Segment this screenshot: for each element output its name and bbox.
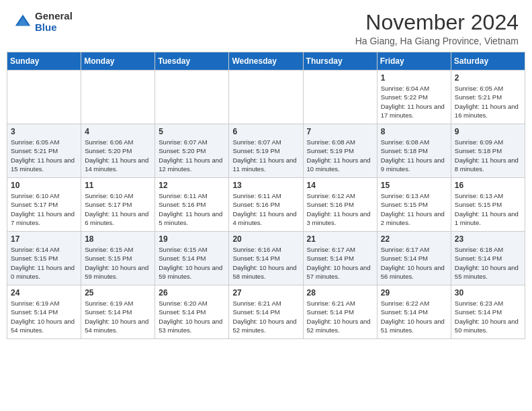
calendar-cell bbox=[155, 71, 229, 124]
day-info: Sunrise: 6:07 AM Sunset: 5:20 PM Dayligh… bbox=[159, 138, 225, 173]
calendar-day-header: Wednesday bbox=[229, 52, 303, 71]
calendar-week-row: 24Sunrise: 6:19 AM Sunset: 5:14 PM Dayli… bbox=[7, 285, 525, 339]
day-info: Sunrise: 6:14 AM Sunset: 5:15 PM Dayligh… bbox=[11, 245, 77, 281]
calendar-cell: 4Sunrise: 6:06 AM Sunset: 5:20 PM Daylig… bbox=[81, 124, 155, 178]
day-info: Sunrise: 6:09 AM Sunset: 5:18 PM Dayligh… bbox=[455, 138, 521, 173]
calendar-cell: 15Sunrise: 6:13 AM Sunset: 5:15 PM Dayli… bbox=[377, 178, 451, 232]
day-number: 5 bbox=[159, 127, 225, 136]
day-number: 8 bbox=[381, 127, 447, 136]
calendar-cell bbox=[229, 71, 303, 124]
day-number: 23 bbox=[455, 234, 521, 244]
calendar-cell: 24Sunrise: 6:19 AM Sunset: 5:14 PM Dayli… bbox=[7, 285, 81, 339]
day-info: Sunrise: 6:21 AM Sunset: 5:14 PM Dayligh… bbox=[232, 299, 299, 334]
day-number: 2 bbox=[455, 73, 521, 83]
day-info: Sunrise: 6:12 AM Sunset: 5:16 PM Dayligh… bbox=[307, 191, 373, 227]
day-number: 28 bbox=[307, 288, 373, 298]
calendar-cell: 10Sunrise: 6:10 AM Sunset: 5:17 PM Dayli… bbox=[7, 178, 81, 232]
month-title: November 2024 bbox=[355, 11, 519, 34]
calendar-cell: 25Sunrise: 6:19 AM Sunset: 5:14 PM Dayli… bbox=[81, 285, 155, 339]
calendar-cell: 28Sunrise: 6:21 AM Sunset: 5:14 PM Dayli… bbox=[303, 285, 377, 339]
day-number: 22 bbox=[381, 234, 447, 244]
calendar-cell: 3Sunrise: 6:05 AM Sunset: 5:21 PM Daylig… bbox=[7, 124, 81, 178]
day-info: Sunrise: 6:10 AM Sunset: 5:17 PM Dayligh… bbox=[11, 191, 77, 227]
calendar-cell: 20Sunrise: 6:16 AM Sunset: 5:14 PM Dayli… bbox=[229, 232, 303, 285]
calendar-cell: 27Sunrise: 6:21 AM Sunset: 5:14 PM Dayli… bbox=[229, 285, 303, 339]
day-number: 14 bbox=[307, 181, 373, 190]
calendar-cell: 1Sunrise: 6:04 AM Sunset: 5:22 PM Daylig… bbox=[377, 71, 451, 124]
day-info: Sunrise: 6:21 AM Sunset: 5:14 PM Dayligh… bbox=[307, 299, 373, 334]
calendar-cell: 30Sunrise: 6:23 AM Sunset: 5:14 PM Dayli… bbox=[451, 285, 525, 339]
calendar-week-row: 1Sunrise: 6:04 AM Sunset: 5:22 PM Daylig… bbox=[7, 71, 525, 124]
calendar-table: SundayMondayTuesdayWednesdayThursdayFrid… bbox=[7, 52, 525, 339]
day-info: Sunrise: 6:08 AM Sunset: 5:18 PM Dayligh… bbox=[381, 138, 447, 173]
day-number: 21 bbox=[307, 234, 373, 244]
calendar-cell: 16Sunrise: 6:13 AM Sunset: 5:15 PM Dayli… bbox=[451, 178, 525, 232]
calendar-cell: 9Sunrise: 6:09 AM Sunset: 5:18 PM Daylig… bbox=[451, 124, 525, 178]
day-number: 7 bbox=[307, 127, 373, 136]
day-number: 10 bbox=[11, 181, 77, 190]
calendar-day-header: Saturday bbox=[451, 52, 525, 71]
calendar-cell bbox=[7, 71, 81, 124]
day-number: 9 bbox=[455, 127, 521, 136]
day-number: 15 bbox=[381, 181, 447, 190]
calendar-day-header: Friday bbox=[377, 52, 451, 71]
day-info: Sunrise: 6:13 AM Sunset: 5:15 PM Dayligh… bbox=[381, 191, 447, 227]
day-info: Sunrise: 6:07 AM Sunset: 5:19 PM Dayligh… bbox=[232, 138, 299, 173]
day-info: Sunrise: 6:05 AM Sunset: 5:21 PM Dayligh… bbox=[11, 138, 77, 173]
day-number: 17 bbox=[11, 234, 77, 244]
day-number: 29 bbox=[381, 288, 447, 298]
calendar-day-header: Sunday bbox=[7, 52, 81, 71]
calendar-day-header: Thursday bbox=[303, 52, 377, 71]
calendar-header-row: SundayMondayTuesdayWednesdayThursdayFrid… bbox=[7, 52, 525, 71]
title-section: November 2024 Ha Giang, Ha Giang Provinc… bbox=[355, 11, 519, 46]
day-info: Sunrise: 6:23 AM Sunset: 5:14 PM Dayligh… bbox=[455, 299, 521, 334]
day-number: 4 bbox=[85, 127, 151, 136]
calendar-day-header: Monday bbox=[81, 52, 155, 71]
calendar-cell: 17Sunrise: 6:14 AM Sunset: 5:15 PM Dayli… bbox=[7, 232, 81, 285]
header: General Blue November 2024 Ha Giang, Ha … bbox=[0, 0, 532, 52]
day-info: Sunrise: 6:20 AM Sunset: 5:14 PM Dayligh… bbox=[159, 299, 225, 334]
day-number: 1 bbox=[381, 73, 447, 83]
day-info: Sunrise: 6:10 AM Sunset: 5:17 PM Dayligh… bbox=[85, 191, 151, 227]
day-info: Sunrise: 6:22 AM Sunset: 5:14 PM Dayligh… bbox=[381, 299, 447, 334]
day-info: Sunrise: 6:11 AM Sunset: 5:16 PM Dayligh… bbox=[232, 191, 299, 227]
calendar-cell: 22Sunrise: 6:17 AM Sunset: 5:14 PM Dayli… bbox=[377, 232, 451, 285]
day-number: 6 bbox=[232, 127, 299, 136]
day-info: Sunrise: 6:15 AM Sunset: 5:15 PM Dayligh… bbox=[85, 245, 151, 281]
calendar-week-row: 10Sunrise: 6:10 AM Sunset: 5:17 PM Dayli… bbox=[7, 178, 525, 232]
calendar-cell: 26Sunrise: 6:20 AM Sunset: 5:14 PM Dayli… bbox=[155, 285, 229, 339]
calendar-day-header: Tuesday bbox=[155, 52, 229, 71]
day-number: 26 bbox=[159, 288, 225, 298]
logo-general-text: General bbox=[35, 11, 73, 22]
calendar-cell: 5Sunrise: 6:07 AM Sunset: 5:20 PM Daylig… bbox=[155, 124, 229, 178]
day-number: 13 bbox=[232, 181, 299, 190]
calendar-cell bbox=[303, 71, 377, 124]
calendar-cell: 13Sunrise: 6:11 AM Sunset: 5:16 PM Dayli… bbox=[229, 178, 303, 232]
calendar-cell: 2Sunrise: 6:05 AM Sunset: 5:21 PM Daylig… bbox=[451, 71, 525, 124]
day-number: 3 bbox=[11, 127, 77, 136]
calendar-cell: 29Sunrise: 6:22 AM Sunset: 5:14 PM Dayli… bbox=[377, 285, 451, 339]
logo: General Blue bbox=[13, 11, 73, 33]
day-info: Sunrise: 6:04 AM Sunset: 5:22 PM Dayligh… bbox=[381, 84, 447, 120]
calendar-cell: 7Sunrise: 6:08 AM Sunset: 5:19 PM Daylig… bbox=[303, 124, 377, 178]
day-number: 27 bbox=[232, 288, 299, 298]
day-info: Sunrise: 6:06 AM Sunset: 5:20 PM Dayligh… bbox=[85, 138, 151, 173]
calendar-week-row: 17Sunrise: 6:14 AM Sunset: 5:15 PM Dayli… bbox=[7, 232, 525, 285]
calendar-cell: 11Sunrise: 6:10 AM Sunset: 5:17 PM Dayli… bbox=[81, 178, 155, 232]
day-info: Sunrise: 6:17 AM Sunset: 5:14 PM Dayligh… bbox=[381, 245, 447, 281]
day-number: 12 bbox=[159, 181, 225, 190]
logo-blue-text: Blue bbox=[35, 22, 73, 34]
day-info: Sunrise: 6:17 AM Sunset: 5:14 PM Dayligh… bbox=[307, 245, 373, 281]
day-info: Sunrise: 6:16 AM Sunset: 5:14 PM Dayligh… bbox=[232, 245, 299, 281]
day-number: 25 bbox=[85, 288, 151, 298]
calendar-cell bbox=[81, 71, 155, 124]
calendar-cell: 19Sunrise: 6:15 AM Sunset: 5:14 PM Dayli… bbox=[155, 232, 229, 285]
calendar-cell: 6Sunrise: 6:07 AM Sunset: 5:19 PM Daylig… bbox=[229, 124, 303, 178]
calendar-cell: 21Sunrise: 6:17 AM Sunset: 5:14 PM Dayli… bbox=[303, 232, 377, 285]
day-number: 24 bbox=[11, 288, 77, 298]
calendar-cell: 8Sunrise: 6:08 AM Sunset: 5:18 PM Daylig… bbox=[377, 124, 451, 178]
calendar-cell: 12Sunrise: 6:11 AM Sunset: 5:16 PM Dayli… bbox=[155, 178, 229, 232]
day-info: Sunrise: 6:08 AM Sunset: 5:19 PM Dayligh… bbox=[307, 138, 373, 173]
day-info: Sunrise: 6:19 AM Sunset: 5:14 PM Dayligh… bbox=[85, 299, 151, 334]
calendar-cell: 23Sunrise: 6:18 AM Sunset: 5:14 PM Dayli… bbox=[451, 232, 525, 285]
